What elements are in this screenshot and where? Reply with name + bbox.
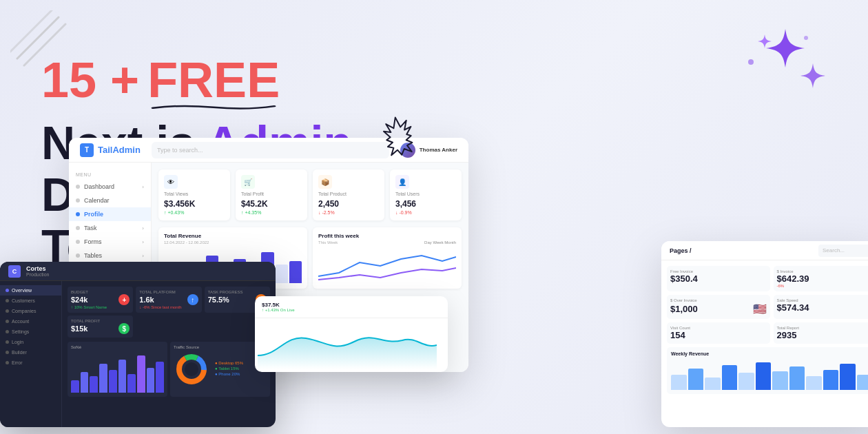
dark-header: C Cortes Production [0,262,276,281]
dark-stat-platform: TOTAL PLATFORM 1.6k ↑ ↓ -6% Since last m… [136,287,201,313]
sidebar-dot-task [76,226,80,230]
stats-row: 👁 Total Views $3.456K ↑ +0.43% 🛒 Total P… [158,169,462,220]
right-stat-1000: $ Over Invoice $1,000 🇺🇸 [667,295,770,319]
stat-total-product: 📦 Total Product 2,450 ↓ -2.5% [313,169,384,220]
dash-logo-icon: T [80,143,94,157]
svg-point-4 [804,36,808,40]
right-stat-2935: Total Report 2935 [774,322,869,344]
stat-icon-profit: 🛒 [241,175,255,189]
dark-stat-budget: BUDGET $24k + ↑ 10% Smart Name [68,287,133,313]
traffic-legend: ● Desktop 65% ● Tablet 15% ● Phone 20% [215,361,243,378]
right-stat-574: Sale Speed $574.34 [774,295,869,319]
stat-total-views: 👁 Total Views $3.456K ↑ +0.43% [158,169,230,220]
sidebar-dashboard: Dashboard › [69,180,151,194]
dash-brand-name: TailAdmin [98,145,141,155]
sidebar-forms: Forms › [69,235,151,249]
dark-sidebar-companies: Companies [0,306,61,316]
wave-svg [258,321,437,369]
right-stats-grid: Free Invoice $350.4 $ Invoice $642.39 -6… [667,266,868,319]
search-placeholder: Type to search... [157,147,203,154]
dark-sidebar-overview: Overview [0,285,61,296]
headline-15plus: 15 + [41,55,139,105]
right-stat-154: Visit Count 154 [667,322,770,344]
right-panel-search: Search... [818,245,868,257]
sidebar-dot-calendar [76,198,80,203]
dash-logo: T TailAdmin [80,143,141,157]
right-stats-row2: Visit Count 154 Total Report 2935 [667,322,868,344]
sidebar-dot-forms [76,240,80,244]
crown-decoration [371,110,428,174]
sidebar-tables: Tables › [69,249,151,262]
dark-bar-chart: SoNé [68,342,167,397]
donut-svg [174,351,209,387]
weekly-revenue-bars [671,359,868,390]
dark-charts-row: SoNé [68,342,270,397]
dark-main-content: BUDGET $24k + ↑ 10% Smart Name TOTAL PLA… [62,281,276,427]
dark-stats-row: BUDGET $24k + ↑ 10% Smart Name TOTAL PLA… [68,287,270,338]
right-panel-body: Free Invoice $350.4 $ Invoice $642.39 -6… [661,260,868,400]
headline-free-wrapper: FREE [147,55,280,105]
dark-body: Overview Customers Companies Account Set… [0,281,276,427]
sidebar-calendar: Calendar [69,194,151,207]
right-panel-dashboard: Pages / Search... Free Invoice $350.4 $ … [661,241,868,427]
headline-free: FREE [147,52,280,107]
dark-sidebar-login: Login [0,337,61,347]
svg-point-3 [748,59,754,65]
stat-icon-views: 👁 [164,175,178,189]
profit-chart-card: Profit this week This Week Day Week Mont… [313,227,462,289]
dark-logo-icon: C [8,265,21,278]
headline-line1: 15 + FREE [41,55,400,105]
underline-svg [147,103,280,110]
sparkle-decoration [730,28,827,113]
dark-brand: Cortes Production [26,265,49,277]
dark-dashboard-screenshot: C Cortes Production Overview Customers C… [0,262,276,427]
sidebar-dot-dashboard [76,185,80,189]
stat-icon-users: 👤 [395,175,409,189]
profit-area-chart [318,249,456,283]
right-stat-350: Free Invoice $350.4 [667,266,770,291]
dark-stat-profit: TOTAL PROFIT $15k $ [68,316,133,338]
svg-point-8 [185,362,198,376]
stat-total-profit: 🛒 Total Profit $45.2K ↑ +4.35% [236,169,307,220]
wave-chart-body [255,318,448,372]
dark-sidebar-customers: Customers [0,296,61,306]
sidebar-profile: Profile [69,207,151,221]
wave-chart-header: $37.5K ↑ +1.43% On Live [255,296,448,318]
stat-total-users: 👤 Total Users 3,456 ↓ -0.9% [390,169,462,220]
sidebar-dot-profile [76,212,80,216]
menu-section-label: MENU [69,169,151,180]
dark-sidebar: Overview Customers Companies Account Set… [0,281,62,427]
sidebar-dot-tables [76,254,80,258]
dash-search-bar: Type to search... [152,142,389,158]
dark-sidebar-error: Error [0,358,61,368]
right-stat-642: $ Invoice $642.39 -6% [774,266,869,291]
sidebar-task: Task › [69,221,151,235]
wave-chart-card: $37.5K ↑ +1.43% On Live [255,296,448,372]
weekly-revenue-card: Weekly Revenue [667,347,868,394]
stat-icon-product: 📦 [318,175,332,189]
dark-sidebar-account: Account [0,316,61,327]
dark-sidebar-builder: Builder [0,347,61,358]
dark-sidebar-settings: Settings [0,327,61,337]
dark-bars [71,351,164,393]
right-panel-header: Pages / Search... [661,241,868,260]
